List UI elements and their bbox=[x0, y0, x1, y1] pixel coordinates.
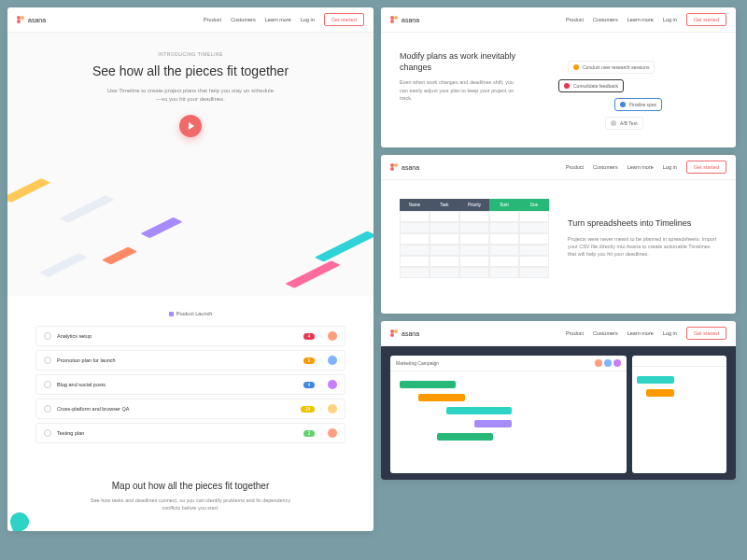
project-name: Product Launch bbox=[35, 311, 345, 316]
logo[interactable]: asana bbox=[390, 163, 419, 172]
nav-login[interactable]: Log in bbox=[663, 17, 677, 22]
isometric-illustration bbox=[7, 156, 374, 296]
timeline-window: Marketing Campaign bbox=[390, 356, 627, 473]
task-row[interactable]: Promotion plan for launch6› bbox=[35, 350, 345, 371]
nav-customers[interactable]: Customers bbox=[231, 17, 256, 22]
nav-product[interactable]: Product bbox=[204, 17, 221, 22]
section-title: Modify plans as work inevitably changes bbox=[400, 51, 521, 73]
play-button[interactable] bbox=[179, 115, 202, 137]
timeline-window-secondary bbox=[632, 356, 726, 473]
task-list: Product Launch Analytics setup4› Promoti… bbox=[7, 296, 374, 462]
logo[interactable]: asana bbox=[17, 16, 46, 24]
get-started-button[interactable]: Get started bbox=[686, 13, 726, 26]
brand-name: asana bbox=[28, 17, 46, 23]
avatar bbox=[328, 428, 337, 438]
dependency-diagram: Conduct user research sessions Consolida… bbox=[540, 51, 717, 102]
task-chip[interactable]: Conduct user research sessions bbox=[568, 61, 655, 74]
chevron-icon: › bbox=[320, 333, 322, 339]
section-map-out: Map out how all the pieces fit together … bbox=[7, 462, 374, 531]
check-icon[interactable] bbox=[44, 357, 51, 364]
check-icon[interactable] bbox=[44, 381, 51, 388]
hero-subhead: Use Timeline to create project plans tha… bbox=[106, 87, 275, 104]
nav-learn[interactable]: Learn more bbox=[265, 17, 291, 22]
task-row[interactable]: Testing plan2› bbox=[35, 423, 345, 443]
section-title: Map out how all the pieces fit together bbox=[35, 481, 345, 491]
timeline-preview: Marketing Campaign bbox=[381, 346, 736, 480]
navbar: asana ProductCustomersLearn moreLog inGe… bbox=[381, 155, 736, 180]
nav-product[interactable]: Product bbox=[566, 17, 584, 22]
task-chip-active[interactable]: Consolidate feedback bbox=[558, 79, 624, 92]
logo-icon bbox=[17, 16, 25, 24]
section-body: Projects were never meant to be planned … bbox=[568, 235, 717, 259]
navbar: asana ProductCustomersLearn moreLog inGe… bbox=[381, 321, 736, 346]
avatar bbox=[328, 356, 337, 365]
nav-customers[interactable]: Customers bbox=[593, 17, 618, 22]
task-row[interactable]: Cross-platform and browser QA24› bbox=[35, 399, 345, 419]
section-body: Even when work changes and deadlines shi… bbox=[400, 78, 521, 102]
task-chip[interactable]: A/B Test bbox=[605, 117, 643, 130]
hero-title: See how all the pieces fit together bbox=[35, 63, 345, 79]
section-body: See how tasks and deadlines connect, so … bbox=[88, 497, 293, 512]
get-started-button[interactable]: Get started bbox=[324, 13, 364, 26]
avatar bbox=[328, 404, 337, 413]
task-row[interactable]: Blog and social posts4› bbox=[35, 374, 345, 395]
hero: Introducing Timeline See how all the pie… bbox=[7, 33, 374, 156]
avatar bbox=[328, 331, 337, 341]
check-icon[interactable] bbox=[44, 405, 51, 413]
decoration-splash bbox=[7, 503, 40, 531]
task-row[interactable]: Analytics setup4› bbox=[35, 326, 345, 346]
spreadsheet-illustration: NameTaskPriorityStartDue bbox=[400, 199, 549, 278]
task-chip[interactable]: Finalize spec bbox=[614, 98, 662, 111]
check-icon[interactable] bbox=[44, 429, 51, 437]
check-icon[interactable] bbox=[44, 332, 51, 340]
get-started-button[interactable]: Get started bbox=[686, 327, 726, 340]
get-started-button[interactable]: Get started bbox=[686, 161, 726, 174]
section-title: Turn spreadsheets into Timelines bbox=[568, 218, 717, 230]
hero-eyebrow: Introducing Timeline bbox=[35, 51, 345, 57]
nav-learn[interactable]: Learn more bbox=[627, 17, 654, 22]
nav-login[interactable]: Log in bbox=[301, 17, 315, 22]
logo[interactable]: asana bbox=[390, 16, 419, 24]
navbar: asana Product Customers Learn more Log i… bbox=[7, 7, 374, 33]
avatar bbox=[328, 380, 337, 389]
logo[interactable]: asana bbox=[390, 329, 419, 338]
navbar: asana ProductCustomersLearn moreLog inGe… bbox=[381, 7, 736, 33]
